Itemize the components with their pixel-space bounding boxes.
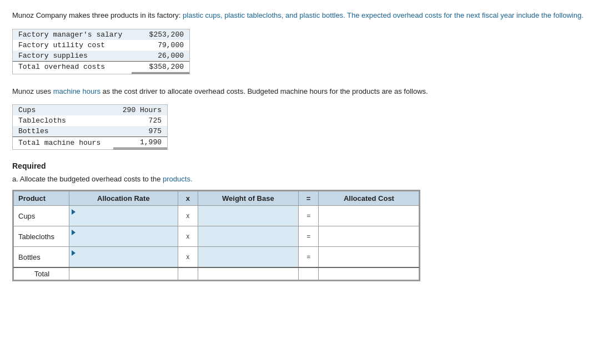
hours-row-1: Cups 290 Hours: [13, 105, 167, 115]
cost-row-1: Factory manager's salary $253,200: [13, 29, 189, 40]
triangle-icon-tablecloths-rate: [72, 230, 76, 235]
alloc-product-tablecloths: Tablecloths: [14, 226, 69, 247]
hours-table: Cups 290 Hours Tablecloths 725 Bottles 9…: [13, 105, 167, 149]
hours-total-row: Total machine hours 1,990: [13, 137, 167, 149]
alloc-equals-tablecloths: =: [298, 226, 319, 247]
hours-row-3: Bottles 975: [13, 126, 167, 137]
alloc-total-weight-input[interactable]: [200, 269, 296, 279]
mid-paragraph: Munoz uses machine hours as the cost dri…: [12, 86, 596, 97]
alloc-cost-bottles-input[interactable]: [321, 252, 416, 262]
alloc-header-rate: Allocation Rate: [69, 191, 178, 206]
alloc-product-cups: Cups: [14, 206, 69, 226]
alloc-weight-bottles-input[interactable]: [200, 252, 296, 262]
alloc-cost-cups-cell[interactable]: [319, 206, 419, 226]
alloc-total-equals: [298, 267, 319, 280]
hours-total-label: Total machine hours: [13, 137, 113, 149]
alloc-weight-cups-input[interactable]: [200, 211, 296, 221]
cost-label-1: Factory manager's salary: [13, 29, 132, 40]
alloc-weight-cups-cell[interactable]: [198, 206, 298, 226]
part-a-text: a. Allocate the budgeted overhead costs …: [12, 175, 163, 183]
alloc-total-cost-cell[interactable]: [319, 267, 419, 280]
alloc-rate-tablecloths-input[interactable]: [72, 236, 175, 245]
alloc-row-bottles: Bottles x =: [14, 247, 419, 268]
alloc-weight-bottles-cell[interactable]: [198, 247, 298, 268]
alloc-weight-tablecloths-input[interactable]: [200, 232, 296, 241]
alloc-total-x: [178, 267, 198, 280]
intro-highlight: plastic cups, plastic tablecloths, and p…: [183, 11, 584, 19]
alloc-total-rate-cell[interactable]: [69, 267, 178, 280]
alloc-total-rate-input[interactable]: [72, 269, 175, 279]
triangle-icon-bottles-rate: [72, 250, 76, 256]
alloc-weight-tablecloths-cell[interactable]: [198, 226, 298, 247]
alloc-total-row: Total: [14, 267, 419, 280]
hours-total-value: 1,990: [113, 137, 167, 149]
alloc-row-tablecloths: Tablecloths x =: [14, 226, 419, 247]
cost-amount-1: $253,200: [132, 29, 189, 40]
alloc-total-weight-cell[interactable]: [198, 267, 298, 280]
alloc-rate-cups-input[interactable]: [72, 215, 175, 225]
alloc-equals-bottles: =: [298, 247, 319, 268]
alloc-header-row: Product Allocation Rate x Weight of Base…: [14, 191, 419, 206]
hours-label-3: Bottles: [13, 126, 113, 137]
alloc-header-x: x: [178, 191, 198, 206]
cost-amount-2: 79,000: [132, 40, 189, 50]
alloc-header-product: Product: [14, 191, 69, 206]
alloc-rate-bottles-cell[interactable]: [69, 247, 178, 268]
alloc-row-cups: Cups x =: [14, 206, 419, 226]
hours-value-3: 975: [113, 126, 167, 137]
alloc-x-bottles: x: [178, 247, 198, 268]
alloc-header-allocated: Allocated Cost: [319, 191, 419, 206]
hours-label-1: Cups: [13, 105, 113, 115]
cost-table: Factory manager's salary $253,200 Factor…: [13, 29, 189, 74]
cost-total-row: Total overhead costs $358,200: [13, 61, 189, 73]
alloc-rate-cups-cell[interactable]: [69, 206, 178, 226]
alloc-cost-tablecloths-input[interactable]: [321, 232, 416, 241]
intro-paragraph: Munoz Company makes three products in it…: [12, 10, 596, 21]
cost-table-wrap: Factory manager's salary $253,200 Factor…: [12, 29, 190, 74]
alloc-total-label: Total: [14, 267, 69, 280]
required-heading: Required: [12, 161, 596, 170]
alloc-x-cups: x: [178, 206, 198, 226]
alloc-header-weight: Weight of Base: [198, 191, 298, 206]
cost-amount-3: 26,000: [132, 50, 189, 62]
alloc-cost-bottles-cell[interactable]: [319, 247, 419, 268]
alloc-cost-cups-input[interactable]: [321, 211, 416, 221]
mid-highlight: machine hours: [53, 87, 101, 95]
hours-row-2: Tablecloths 725: [13, 115, 167, 126]
cost-total-amount: $358,200: [132, 61, 189, 73]
alloc-rate-bottles-input[interactable]: [72, 256, 175, 266]
hours-value-1: 290 Hours: [113, 105, 167, 115]
alloc-equals-cups: =: [298, 206, 319, 226]
hours-value-2: 725: [113, 115, 167, 126]
part-a-highlight: products.: [163, 175, 192, 183]
cost-total-label: Total overhead costs: [13, 61, 132, 73]
alloc-table-wrap: Product Allocation Rate x Weight of Base…: [12, 190, 420, 281]
alloc-table: Product Allocation Rate x Weight of Base…: [13, 191, 419, 280]
alloc-x-tablecloths: x: [178, 226, 198, 247]
cost-row-3: Factory supplies 26,000: [13, 50, 189, 62]
alloc-rate-tablecloths-cell[interactable]: [69, 226, 178, 247]
triangle-icon-cups-rate: [72, 209, 76, 215]
cost-label-2: Factory utility cost: [13, 40, 132, 50]
cost-label-3: Factory supplies: [13, 50, 132, 62]
alloc-header-equals: =: [298, 191, 319, 206]
alloc-product-bottles: Bottles: [14, 247, 69, 268]
hours-label-2: Tablecloths: [13, 115, 113, 126]
alloc-cost-tablecloths-cell[interactable]: [319, 226, 419, 247]
cost-row-2: Factory utility cost 79,000: [13, 40, 189, 50]
part-a-label: a. Allocate the budgeted overhead costs …: [12, 175, 596, 183]
alloc-total-cost-input[interactable]: [321, 269, 416, 279]
hours-table-wrap: Cups 290 Hours Tablecloths 725 Bottles 9…: [12, 104, 168, 150]
